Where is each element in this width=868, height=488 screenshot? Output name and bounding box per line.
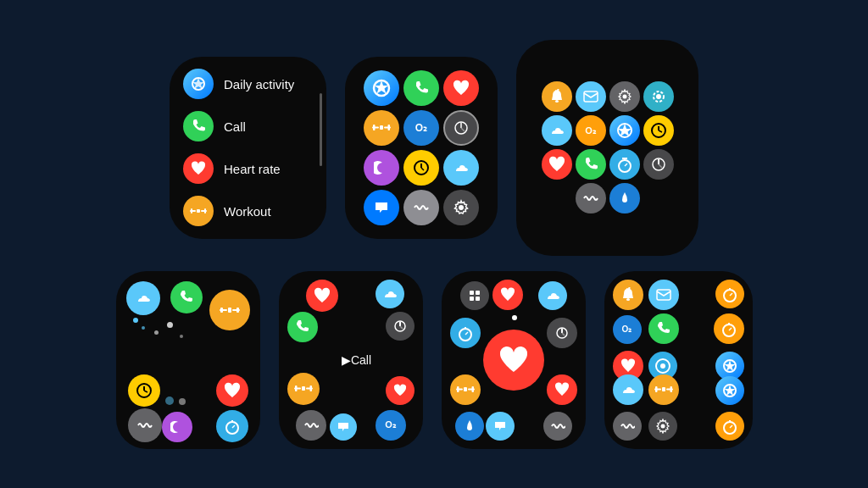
watch-grid-3[interactable]: O₂: [604, 271, 753, 449]
orb-weather[interactable]: [126, 281, 160, 315]
app-moon[interactable]: [364, 150, 399, 186]
svg-rect-49: [302, 386, 305, 391]
app-call2[interactable]: [576, 149, 606, 180]
app-heart1[interactable]: [443, 70, 479, 106]
orb-call[interactable]: [170, 281, 203, 313]
watch-grid-2[interactable]: O₂: [516, 40, 698, 256]
hc-timer[interactable]: [450, 318, 481, 348]
orb2-o2[interactable]: O₂: [376, 410, 406, 441]
g3-timer3[interactable]: [715, 412, 744, 441]
watch-orbit-1[interactable]: [116, 271, 260, 449]
svg-line-76: [729, 328, 732, 330]
app-settings2[interactable]: [609, 81, 640, 112]
g3-bell[interactable]: [613, 280, 643, 310]
app-mail[interactable]: [576, 81, 606, 112]
svg-rect-5: [204, 208, 206, 214]
orb2-heart2[interactable]: [386, 376, 415, 405]
watch-orbit-2[interactable]: ▶Call O₂: [279, 271, 423, 449]
app-call[interactable]: [403, 70, 439, 106]
app-breath[interactable]: [643, 81, 674, 112]
orb2-compass[interactable]: [386, 312, 415, 341]
orb-timer[interactable]: [216, 410, 248, 442]
heart-rate-icon: [183, 153, 214, 184]
orb-moon[interactable]: [162, 412, 192, 442]
dot7: [179, 398, 186, 405]
hc-heart-bottom[interactable]: [547, 374, 577, 405]
app-weather2[interactable]: [542, 115, 572, 146]
daily-activity-label: Daily activity: [224, 77, 294, 92]
orb2-weather[interactable]: [376, 280, 404, 308]
app-compass[interactable]: [443, 110, 479, 146]
list-item-daily[interactable]: Daily activity: [170, 63, 326, 105]
app-clock2[interactable]: [643, 115, 674, 146]
app-wave2[interactable]: [576, 183, 606, 214]
g3-call[interactable]: [648, 313, 679, 344]
dot4: [167, 322, 173, 328]
orbit-container-1: [116, 271, 260, 449]
orb2-heart[interactable]: [306, 280, 338, 312]
g3-activity2[interactable]: [715, 376, 744, 405]
svg-line-27: [659, 130, 662, 132]
app-activity[interactable]: [364, 70, 399, 106]
app-o2[interactable]: O₂: [403, 110, 439, 146]
svg-line-60: [465, 332, 468, 335]
heart-rate-label: Heart rate: [224, 162, 281, 176]
app-timer[interactable]: [609, 149, 640, 180]
watch-list-view[interactable]: Daily activity Call Heart rate: [170, 57, 326, 239]
g3-o2[interactable]: O₂: [613, 315, 642, 344]
app-settings[interactable]: [443, 190, 479, 225]
orb2-wave[interactable]: [296, 410, 326, 441]
svg-rect-55: [476, 291, 480, 295]
orb2-msg[interactable]: [330, 413, 357, 441]
orb-workout[interactable]: [209, 290, 250, 330]
svg-rect-64: [464, 387, 467, 391]
app-workout1[interactable]: [364, 110, 399, 146]
app-wave[interactable]: [403, 190, 439, 225]
svg-rect-68: [471, 386, 474, 392]
hc-heart-top[interactable]: [492, 280, 523, 310]
app-msg[interactable]: [364, 190, 399, 225]
app-compass2[interactable]: [643, 149, 674, 180]
dot6: [165, 396, 174, 405]
app-clock[interactable]: [403, 150, 439, 186]
watch-heart-center[interactable]: [442, 271, 586, 449]
g3-stopwatch[interactable]: [715, 280, 744, 308]
g3-wave[interactable]: [613, 412, 642, 441]
scrollbar[interactable]: [320, 93, 322, 166]
orb-clock[interactable]: [128, 374, 160, 407]
list-item-call[interactable]: Call: [170, 105, 326, 147]
orb-wave[interactable]: [128, 408, 162, 442]
hc-weather[interactable]: [538, 281, 567, 310]
app-weather[interactable]: [443, 150, 479, 186]
dot1: [133, 318, 138, 323]
hc-wave[interactable]: [543, 412, 572, 441]
g3-timer2[interactable]: [714, 313, 744, 344]
svg-line-42: [144, 391, 147, 392]
app-o2-2[interactable]: O₂: [576, 115, 606, 146]
hc-grid[interactable]: [460, 281, 489, 310]
svg-rect-56: [470, 297, 474, 301]
list-item-heart[interactable]: Heart rate: [170, 147, 326, 190]
hc-workout[interactable]: [450, 374, 481, 405]
app-activity2[interactable]: [609, 115, 640, 146]
svg-line-34: [659, 164, 662, 168]
app-bell[interactable]: [542, 81, 572, 112]
svg-rect-84: [670, 386, 672, 392]
dot2: [142, 326, 145, 330]
orb-heart[interactable]: [216, 374, 248, 407]
app-drops[interactable]: [609, 183, 640, 214]
orb2-call[interactable]: [287, 312, 318, 342]
watch-grid-1[interactable]: O₂: [345, 57, 498, 239]
g3-settings[interactable]: [648, 412, 677, 441]
app-heart2[interactable]: [542, 149, 572, 180]
center-dot: [512, 315, 517, 320]
hc-msg-bottom[interactable]: [486, 412, 515, 441]
hc-drops[interactable]: [455, 412, 484, 441]
list-item-workout[interactable]: Workout: [170, 190, 326, 232]
orb2-workout[interactable]: [287, 373, 320, 405]
dot5: [180, 335, 183, 338]
g3-mail[interactable]: [648, 280, 679, 310]
hc-compass[interactable]: [547, 318, 577, 348]
g3-workout2[interactable]: [648, 374, 679, 405]
g3-weather2[interactable]: [613, 374, 643, 405]
